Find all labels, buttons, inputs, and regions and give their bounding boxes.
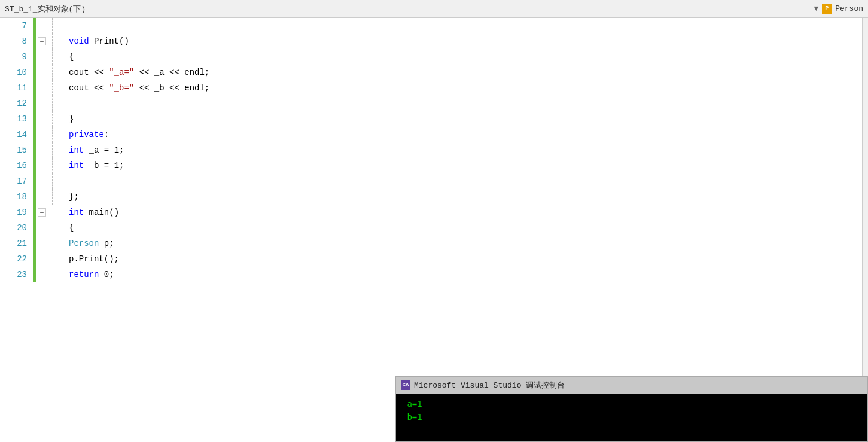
fold-col[interactable]: − (36, 205, 47, 220)
code-line-11: 11 cout << "_b=" << _b << endl; (0, 80, 868, 96)
indent-guide-1 (47, 18, 57, 33)
fold-col[interactable] (36, 127, 47, 142)
tab-right-label: Person (835, 4, 863, 13)
indent-guide-2 (57, 251, 66, 267)
fold-col[interactable] (36, 96, 47, 111)
console-output-line: _a=1 (402, 397, 861, 410)
line-number: 10 (0, 65, 33, 80)
code-text: { (66, 220, 74, 236)
fold-col[interactable] (36, 189, 47, 205)
indent-guide-2 (57, 80, 66, 96)
code-line-9: 9 { (0, 49, 868, 65)
indent-guide-2 (57, 236, 66, 251)
code-line-16: 16 int _b = 1; (0, 158, 868, 173)
indent-guide-2 (57, 96, 66, 111)
fold-button[interactable]: − (38, 37, 46, 45)
fold-col[interactable] (36, 158, 47, 173)
indent-guide-1 (47, 220, 57, 236)
code-line-21: 21 Person p; (0, 236, 868, 251)
fold-col[interactable] (36, 173, 47, 189)
console-title-bar: CA Microsoft Visual Studio 调试控制台 (396, 377, 867, 394)
code-line-22: 22 p.Print(); (0, 251, 868, 267)
indent-guide-1 (47, 251, 57, 267)
code-text: }; (66, 189, 79, 205)
fold-col[interactable] (36, 251, 47, 267)
tab-separator: ▼ (814, 4, 818, 13)
code-text: int main() (66, 205, 119, 220)
indent-guide-1 (47, 189, 57, 205)
indent-guide-1 (47, 33, 57, 49)
line-number: 13 (0, 111, 33, 127)
code-text (66, 173, 69, 189)
code-line-19: 19−int main() (0, 205, 868, 220)
code-text: { (66, 49, 74, 65)
code-line-15: 15 int _a = 1; (0, 142, 868, 158)
code-text: int _a = 1; (66, 142, 124, 158)
line-number: 11 (0, 80, 33, 96)
tab-left-label[interactable]: ST_b_1_实和对象(下) (5, 4, 86, 14)
fold-col[interactable]: − (36, 33, 47, 49)
console-app-icon: CA (401, 380, 410, 390)
code-text: cout << "_a=" << _a << endl; (66, 65, 209, 80)
line-number: 21 (0, 236, 33, 251)
indent-guide-2 (57, 189, 66, 205)
line-number: 16 (0, 158, 33, 173)
indent-guide-2 (57, 205, 66, 220)
code-text: p.Print(); (66, 251, 119, 267)
fold-col[interactable] (36, 142, 47, 158)
fold-button[interactable]: − (38, 208, 46, 217)
fold-col[interactable] (36, 220, 47, 236)
indent-guide-2 (57, 127, 66, 142)
line-number: 12 (0, 96, 33, 111)
code-line-8: 8−void Print() (0, 33, 868, 49)
code-text (66, 18, 69, 33)
line-number: 14 (0, 127, 33, 142)
indent-guide-2 (57, 220, 66, 236)
indent-guide-1 (47, 173, 57, 189)
code-line-14: 14 private: (0, 127, 868, 142)
indent-guide-1 (47, 142, 57, 158)
console-overlay: CA Microsoft Visual Studio 调试控制台 _a=1_b=… (395, 376, 868, 442)
indent-guide-1 (47, 96, 57, 111)
fold-col[interactable] (36, 80, 47, 96)
line-number: 9 (0, 49, 33, 65)
indent-guide-1 (47, 49, 57, 65)
fold-col[interactable] (36, 18, 47, 33)
indent-guide-2 (57, 173, 66, 189)
console-title: Microsoft Visual Studio 调试控制台 (414, 380, 565, 391)
indent-guide-1 (47, 111, 57, 127)
code-text: void Print() (66, 33, 129, 49)
code-line-12: 12 (0, 96, 868, 111)
fold-col[interactable] (36, 49, 47, 65)
lines-container: 78−void Print()9 {10 cout << "_a=" << _a… (0, 18, 868, 282)
line-number: 17 (0, 173, 33, 189)
fold-col[interactable] (36, 236, 47, 251)
fold-col[interactable] (36, 65, 47, 80)
code-text: } (66, 111, 74, 127)
code-line-17: 17 (0, 173, 868, 189)
indent-guide-2 (57, 267, 66, 282)
indent-guide-1 (47, 65, 57, 80)
indent-guide-1 (47, 127, 57, 142)
indent-guide-2 (57, 18, 66, 33)
indent-guide-1 (47, 205, 57, 220)
tab-right: ▼ P Person (814, 4, 863, 14)
code-text: return 0; (66, 267, 114, 282)
code-line-20: 20{ (0, 220, 868, 236)
indent-guide-2 (57, 49, 66, 65)
indent-guide-2 (57, 158, 66, 173)
fold-col[interactable] (36, 267, 47, 282)
person-icon: P (822, 4, 832, 14)
code-line-23: 23 return 0; (0, 267, 868, 282)
code-text: cout << "_b=" << _b << endl; (66, 80, 209, 96)
code-line-13: 13 } (0, 111, 868, 127)
indent-guide-1 (47, 236, 57, 251)
line-number: 22 (0, 251, 33, 267)
indent-guide-1 (47, 80, 57, 96)
code-text (66, 96, 69, 111)
line-number: 8 (0, 33, 33, 49)
console-body: _a=1_b=1 (396, 394, 867, 441)
editor-container: ST_b_1_实和对象(下) ▼ P Person 78−void Print(… (0, 0, 868, 442)
indent-guide-2 (57, 65, 66, 80)
fold-col[interactable] (36, 111, 47, 127)
